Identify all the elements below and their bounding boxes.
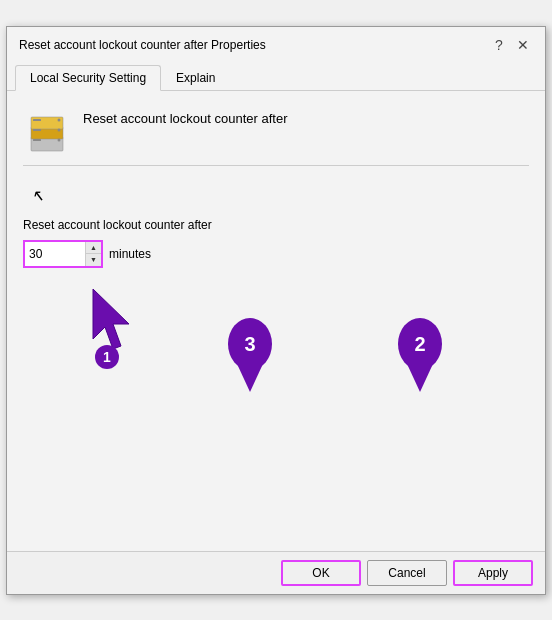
help-button[interactable]: ? bbox=[489, 35, 509, 55]
header-title: Reset account lockout counter after bbox=[83, 107, 288, 126]
spinner-buttons: ▲ ▼ bbox=[85, 242, 101, 266]
svg-marker-13 bbox=[238, 366, 262, 392]
dialog-title: Reset account lockout counter after Prop… bbox=[19, 38, 266, 52]
setting-section: Reset account lockout counter after ▲ ▼ … bbox=[23, 218, 529, 268]
annotation-1-pin: 1 bbox=[83, 284, 153, 374]
input-row: ▲ ▼ minutes bbox=[23, 240, 529, 268]
cursor-area: ↖ bbox=[23, 186, 529, 206]
annotation-1: 1 bbox=[83, 284, 153, 377]
close-button[interactable]: ✕ bbox=[513, 35, 533, 55]
main-content: Reset account lockout counter after ↖ Re… bbox=[7, 91, 545, 551]
apply-button[interactable]: Apply bbox=[453, 560, 533, 586]
annotation-3: 3 bbox=[223, 314, 278, 417]
svg-point-7 bbox=[58, 128, 61, 131]
annotation-area: 1 3 2 bbox=[23, 284, 529, 484]
tab-bar: Local Security Setting Explain bbox=[7, 61, 545, 91]
footer: OK Cancel Apply bbox=[7, 551, 545, 594]
spinner-down-button[interactable]: ▼ bbox=[86, 254, 101, 266]
svg-point-8 bbox=[58, 138, 61, 141]
ok-button[interactable]: OK bbox=[281, 560, 361, 586]
minutes-label: minutes bbox=[109, 247, 151, 261]
cancel-button[interactable]: Cancel bbox=[367, 560, 447, 586]
annotation-2: 2 bbox=[393, 314, 448, 417]
title-bar-controls: ? ✕ bbox=[489, 35, 533, 55]
lockout-counter-input[interactable] bbox=[25, 242, 85, 266]
svg-text:2: 2 bbox=[414, 333, 425, 355]
svg-point-6 bbox=[58, 118, 61, 121]
tab-explain[interactable]: Explain bbox=[161, 65, 230, 91]
svg-rect-5 bbox=[33, 139, 41, 141]
annotation-2-pin: 2 bbox=[393, 314, 448, 414]
title-bar: Reset account lockout counter after Prop… bbox=[7, 27, 545, 61]
svg-marker-9 bbox=[93, 289, 129, 349]
svg-text:1: 1 bbox=[103, 349, 111, 365]
annotation-3-pin: 3 bbox=[223, 314, 278, 414]
svg-marker-16 bbox=[408, 366, 432, 392]
svg-rect-4 bbox=[33, 129, 41, 131]
svg-text:3: 3 bbox=[244, 333, 255, 355]
spinner-up-button[interactable]: ▲ bbox=[86, 242, 101, 255]
tab-local-security[interactable]: Local Security Setting bbox=[15, 65, 161, 91]
security-icon bbox=[23, 107, 71, 155]
setting-label: Reset account lockout counter after bbox=[23, 218, 529, 232]
svg-rect-3 bbox=[33, 119, 41, 121]
security-icon-area bbox=[23, 107, 71, 155]
cursor-symbol: ↖ bbox=[31, 187, 44, 204]
header-section: Reset account lockout counter after bbox=[23, 107, 529, 166]
number-input-wrapper: ▲ ▼ bbox=[23, 240, 103, 268]
dialog-window: Reset account lockout counter after Prop… bbox=[6, 26, 546, 595]
